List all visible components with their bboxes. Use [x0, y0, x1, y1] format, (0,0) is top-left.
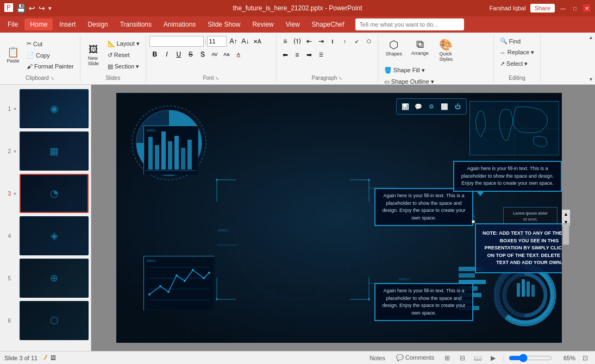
columns-button[interactable]: ⫿	[328, 36, 339, 47]
textbox-3[interactable]: Again here is your fill-in text. This is…	[453, 161, 562, 192]
note-textbox[interactable]: NOTE: ADD TEXT TO ANY OF THE TEXT BOXES …	[475, 223, 562, 273]
paste-button[interactable]: 📋 Paste	[3, 44, 23, 66]
circular-gauge	[494, 264, 556, 327]
cut-button[interactable]: ✂ Cut	[24, 39, 77, 49]
arrange-icon: ⧉	[416, 38, 424, 51]
italic-button[interactable]: I	[161, 49, 172, 60]
view-presenter-icon[interactable]: ▶	[487, 354, 498, 362]
line-spacing-button[interactable]: ↕	[340, 36, 350, 47]
bold-button[interactable]: B	[149, 49, 160, 60]
note-textbox-content: NOTE: ADD TEXT TO ANY OF THE TEXT BOXES …	[483, 230, 562, 265]
maximize-button[interactable]: □	[571, 4, 579, 12]
notes-button[interactable]: Notes	[366, 354, 389, 362]
comments-button[interactable]: 💬 Comments	[393, 354, 437, 362]
underline-button[interactable]: U	[173, 49, 184, 60]
tell-me-input[interactable]	[355, 18, 464, 30]
justify-button[interactable]: ☰	[316, 49, 327, 60]
thumbnail-6[interactable]: 6 ★ ⬡	[2, 301, 89, 340]
font-size-input[interactable]	[207, 36, 227, 47]
format-painter-button[interactable]: 🖌 Format Painter	[24, 61, 77, 71]
view-slide-sorter-icon[interactable]: ⊟	[457, 354, 468, 362]
close-button[interactable]: ✕	[583, 4, 591, 12]
menu-item-shapechef[interactable]: ShapeChef	[306, 18, 350, 30]
font-increase-button[interactable]: A↑	[228, 36, 239, 47]
thumbnail-1[interactable]: 1 ★ ◉	[2, 89, 89, 128]
copy-button[interactable]: 📄 Copy	[24, 50, 77, 60]
layout-button[interactable]: 📐 Layout ▾	[105, 39, 142, 49]
menu-item-review[interactable]: Review	[247, 18, 279, 30]
svg-rect-12	[181, 148, 185, 170]
menu-item-animations[interactable]: Animations	[158, 18, 201, 30]
text-shadow-button[interactable]: S	[197, 49, 208, 60]
settings-icon[interactable]: ⚙	[426, 101, 437, 112]
menu-item-transitions[interactable]: Transitions	[115, 18, 157, 30]
scroll-thumb[interactable]	[562, 223, 569, 245]
view-normal-icon[interactable]: ⊞	[442, 354, 453, 362]
find-button[interactable]: 🔍 Find	[497, 36, 523, 46]
layout-icon: 📐	[108, 40, 115, 47]
zoom-slider[interactable]	[509, 354, 552, 362]
cut-icon: ✂	[27, 40, 32, 47]
textbox-1[interactable]: Again here is your fill-in text. This is…	[374, 188, 473, 226]
new-slide-button[interactable]: 🖼 NewSlide	[84, 42, 103, 68]
user-name: Farshad Iqbal	[489, 5, 525, 11]
shape-fill-button[interactable]: 🪣 Shape Fill ▾	[381, 65, 438, 76]
power-icon[interactable]: ⏻	[452, 101, 463, 112]
section-button[interactable]: ▤ Section ▾	[105, 61, 142, 72]
thumbnail-4[interactable]: 4 ★ ◈	[2, 216, 89, 255]
align-right-button[interactable]: ➡	[304, 49, 315, 60]
menu-item-home[interactable]: Home	[24, 18, 53, 30]
font-color-button[interactable]: A	[233, 49, 244, 60]
arrange-button[interactable]: ⧉ Arrange	[408, 36, 433, 58]
increase-indent-button[interactable]: ⇥	[316, 36, 327, 47]
direction-button[interactable]: ↙	[352, 36, 362, 47]
clear-format-button[interactable]: ✕A	[252, 36, 262, 47]
svg-point-21	[148, 293, 151, 296]
menu-item-design[interactable]: Design	[82, 18, 113, 30]
quick-styles-button[interactable]: 🎨 QuickStyles	[434, 36, 459, 64]
menu-item-view[interactable]: View	[280, 18, 305, 30]
font-decrease-button[interactable]: A↓	[240, 36, 250, 47]
redo-icon[interactable]: ↪	[39, 4, 45, 12]
vertical-scrollbar: ▲ ▼	[562, 210, 570, 226]
shapes-button[interactable]: ⬡ Shapes	[381, 36, 406, 59]
slide-canvas[interactable]: 📊 💬 ⚙ ⬜ ⏻	[116, 93, 562, 343]
scroll-up-button[interactable]: ▲	[562, 210, 570, 218]
strikethrough-button[interactable]: S	[185, 49, 196, 60]
ribbon-scroll-up[interactable]: ▲	[588, 35, 593, 40]
thumbnail-5[interactable]: 5 ★ ⊕	[2, 259, 89, 298]
menu-item-slideshow[interactable]: Slide Show	[202, 18, 246, 30]
smartart-button[interactable]: ⬡	[364, 36, 374, 47]
font-name-input[interactable]	[149, 36, 204, 47]
view-reading-icon[interactable]: 📖	[472, 354, 483, 362]
window-icon[interactable]: ⬜	[439, 101, 450, 112]
comment-icon[interactable]: 💬	[413, 101, 424, 112]
customize-icon[interactable]: ▾	[48, 5, 52, 12]
textbox-2[interactable]: Again here is your fill-in text. This is…	[374, 283, 473, 321]
thumbnail-3[interactable]: 3 ★ ◔	[2, 174, 89, 213]
decrease-indent-button[interactable]: ⇤	[304, 36, 315, 47]
select-button[interactable]: ↗ Select ▾	[497, 59, 531, 69]
window-controls: Farshad Iqbal Share — □ ✕	[489, 4, 591, 12]
reset-button[interactable]: ↺ Reset	[105, 50, 142, 60]
svg-point-26	[192, 269, 194, 271]
bar-chart-icon[interactable]: 📊	[400, 101, 411, 112]
thumbnail-2[interactable]: 2 ★ ▦	[2, 131, 89, 171]
bullets-button[interactable]: ≡	[280, 36, 291, 47]
fit-window-button[interactable]: ⊡	[580, 354, 591, 362]
menu-item-file[interactable]: File	[2, 18, 23, 30]
ribbon-scroll-down[interactable]: ▼	[588, 77, 593, 82]
minimize-button[interactable]: —	[559, 4, 567, 12]
align-center-button[interactable]: ≡	[292, 49, 303, 60]
numbering-button[interactable]: ⑴	[292, 36, 303, 47]
svg-rect-36	[522, 279, 525, 297]
save-icon[interactable]: 💾	[16, 4, 26, 12]
replace-button[interactable]: ↔ Replace ▾	[497, 47, 537, 58]
spacing-button[interactable]: AV	[209, 49, 220, 60]
undo-icon[interactable]: ↩	[29, 4, 35, 12]
menu-item-insert[interactable]: Insert	[54, 18, 81, 30]
thumbnails-panel: 1 ★ ◉ 2 ★ ▦ 3 ★ ◔	[0, 85, 91, 351]
share-button[interactable]: Share	[530, 4, 555, 12]
align-left-button[interactable]: ⬅	[280, 49, 291, 60]
case-button[interactable]: Aa	[221, 49, 232, 60]
